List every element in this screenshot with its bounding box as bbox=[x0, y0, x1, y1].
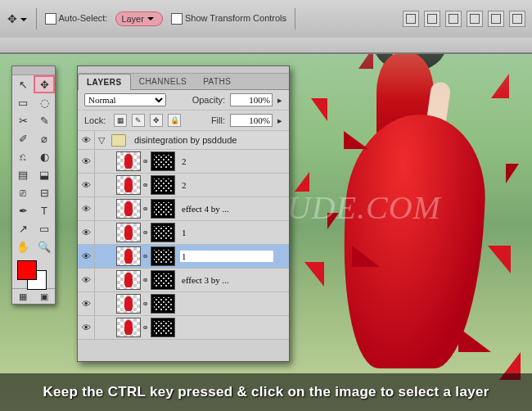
align-hcenter-button[interactable] bbox=[488, 11, 504, 27]
tool-button-2[interactable]: ▭ bbox=[12, 93, 34, 111]
opacity-input[interactable] bbox=[230, 93, 273, 106]
tool-button-1[interactable]: ✥ bbox=[34, 75, 55, 93]
tab-layers[interactable]: LAYERS bbox=[78, 74, 131, 90]
auto-select-checkbox[interactable]: Auto-Select: bbox=[45, 13, 107, 25]
tool-button-11[interactable]: ⬓ bbox=[34, 165, 55, 183]
layer-name[interactable] bbox=[180, 203, 273, 215]
align-right-button[interactable] bbox=[509, 11, 525, 27]
layer-name[interactable] bbox=[180, 274, 273, 286]
tool-button-9[interactable]: ◐ bbox=[34, 147, 55, 165]
layer-thumb[interactable] bbox=[116, 294, 141, 314]
layer-mask-thumb[interactable] bbox=[151, 294, 175, 314]
layer-row[interactable]: 👁⚭ bbox=[78, 245, 289, 269]
layer-mask-thumb[interactable] bbox=[151, 151, 175, 171]
align-top-button[interactable] bbox=[403, 11, 419, 27]
layer-mask-thumb[interactable] bbox=[151, 270, 175, 290]
layer-thumb[interactable] bbox=[116, 246, 141, 266]
layer-row[interactable]: 👁⚭ bbox=[78, 316, 289, 340]
mask-link-icon[interactable]: ⚭ bbox=[141, 204, 149, 215]
layer-mask-thumb[interactable] bbox=[151, 175, 175, 195]
move-tool-icon[interactable]: ✥ bbox=[7, 12, 28, 25]
tool-button-15[interactable]: T bbox=[34, 201, 55, 219]
lock-all-button[interactable]: 🔒 bbox=[168, 114, 181, 127]
visibility-toggle[interactable]: 👁 bbox=[78, 316, 95, 339]
mask-link-icon[interactable]: ⚭ bbox=[141, 299, 149, 309]
tool-button-3[interactable]: ◌ bbox=[34, 93, 55, 111]
blend-mode-select[interactable]: Normal bbox=[84, 93, 166, 106]
tab-channels[interactable]: CHANNELS bbox=[131, 74, 195, 89]
layer-mask-thumb[interactable] bbox=[151, 318, 175, 337]
tool-button-13[interactable]: ⊟ bbox=[34, 183, 55, 201]
mask-link-icon[interactable]: ⚭ bbox=[141, 251, 149, 262]
panel-grip[interactable] bbox=[78, 66, 289, 74]
layer-row[interactable]: 👁⚭ bbox=[78, 150, 289, 174]
layer-row[interactable]: 👁⚭ bbox=[78, 221, 289, 245]
opacity-flyout-icon[interactable]: ▸ bbox=[277, 95, 282, 106]
tool-button-10[interactable]: ▤ bbox=[12, 165, 34, 183]
tool-button-8[interactable]: ⎌ bbox=[12, 147, 34, 165]
tool-button-4[interactable]: ✂ bbox=[12, 111, 34, 129]
layer-name[interactable] bbox=[180, 251, 273, 262]
mask-link-icon[interactable]: ⚭ bbox=[141, 180, 149, 191]
align-vcenter-button[interactable] bbox=[424, 11, 440, 27]
tool-button-6[interactable]: ✐ bbox=[12, 129, 34, 147]
layer-thumb[interactable] bbox=[116, 318, 141, 337]
lock-image-button[interactable]: ✎ bbox=[132, 114, 145, 127]
visibility-toggle[interactable]: 👁 bbox=[78, 174, 95, 196]
layer-row[interactable]: 👁⚭ bbox=[78, 269, 289, 292]
quickmask-mode-button[interactable]: ▣ bbox=[34, 288, 55, 304]
lock-transparency-button[interactable]: ▦ bbox=[114, 114, 127, 127]
align-left-button[interactable] bbox=[467, 11, 483, 27]
layer-mask-thumb[interactable] bbox=[151, 199, 175, 219]
layer-row[interactable]: 👁⚭ bbox=[78, 197, 289, 221]
layer-thumb[interactable] bbox=[116, 223, 141, 242]
layer-mask-thumb[interactable] bbox=[151, 223, 175, 242]
group-fold-icon[interactable]: ▽ bbox=[95, 135, 108, 146]
lock-position-button[interactable]: ✥ bbox=[150, 114, 163, 127]
app-stage: WWW.PSD-DUDE.COM ✥ Auto-Select: Layer Sh… bbox=[0, 0, 532, 411]
tool-button-12[interactable]: ⎚ bbox=[12, 183, 34, 201]
tool-button-5[interactable]: ✎ bbox=[34, 111, 55, 129]
tab-paths[interactable]: PATHS bbox=[195, 74, 239, 89]
visibility-toggle[interactable]: 👁 bbox=[78, 245, 95, 268]
group-name[interactable]: disintegration by psddude bbox=[134, 135, 237, 145]
tool-button-16[interactable]: ↗ bbox=[12, 219, 34, 237]
layer-thumb[interactable] bbox=[116, 151, 141, 171]
layer-group-row[interactable]: 👁 ▽ disintegration by psddude bbox=[78, 131, 289, 150]
tool-button-18[interactable]: ✋ bbox=[12, 237, 34, 255]
visibility-toggle[interactable]: 👁 bbox=[78, 269, 95, 291]
standard-mode-button[interactable]: ▦ bbox=[12, 288, 34, 304]
layer-name[interactable] bbox=[180, 179, 273, 191]
layer-name[interactable] bbox=[180, 156, 273, 167]
mask-link-icon[interactable]: ⚭ bbox=[141, 156, 149, 167]
visibility-toggle[interactable]: 👁 bbox=[78, 197, 95, 220]
tool-button-7[interactable]: ⌀ bbox=[34, 129, 55, 147]
visibility-toggle[interactable]: 👁 bbox=[78, 292, 95, 315]
visibility-toggle[interactable]: 👁 bbox=[78, 131, 95, 149]
tool-button-17[interactable]: ▭ bbox=[34, 219, 55, 237]
show-transform-checkbox[interactable]: Show Transform Controls bbox=[171, 13, 286, 25]
layer-thumb[interactable] bbox=[116, 199, 141, 219]
visibility-toggle[interactable]: 👁 bbox=[78, 150, 95, 173]
layer-row[interactable]: 👁⚭ bbox=[78, 174, 289, 197]
layer-name[interactable] bbox=[180, 227, 273, 238]
layer-name[interactable] bbox=[180, 298, 273, 309]
mask-link-icon[interactable]: ⚭ bbox=[141, 275, 149, 286]
layer-name[interactable] bbox=[180, 322, 273, 333]
tool-button-19[interactable]: 🔍 bbox=[34, 237, 55, 255]
panel-grip[interactable] bbox=[12, 66, 55, 75]
layer-thumb[interactable] bbox=[116, 270, 141, 290]
layer-row[interactable]: 👁⚭ bbox=[78, 292, 289, 316]
tool-button-14[interactable]: ✒ bbox=[12, 201, 34, 219]
auto-select-target-dropdown[interactable]: Layer bbox=[115, 11, 163, 26]
layer-mask-thumb[interactable] bbox=[151, 246, 175, 266]
tool-button-0[interactable]: ↖ bbox=[12, 75, 34, 93]
foreground-swatch[interactable] bbox=[17, 260, 37, 280]
layer-thumb[interactable] bbox=[116, 175, 141, 195]
mask-link-icon[interactable]: ⚭ bbox=[141, 228, 149, 238]
fill-flyout-icon[interactable]: ▸ bbox=[277, 115, 282, 126]
visibility-toggle[interactable]: 👁 bbox=[78, 221, 95, 244]
align-bottom-button[interactable] bbox=[445, 11, 462, 27]
mask-link-icon[interactable]: ⚭ bbox=[141, 323, 149, 333]
fill-input[interactable] bbox=[230, 114, 273, 127]
